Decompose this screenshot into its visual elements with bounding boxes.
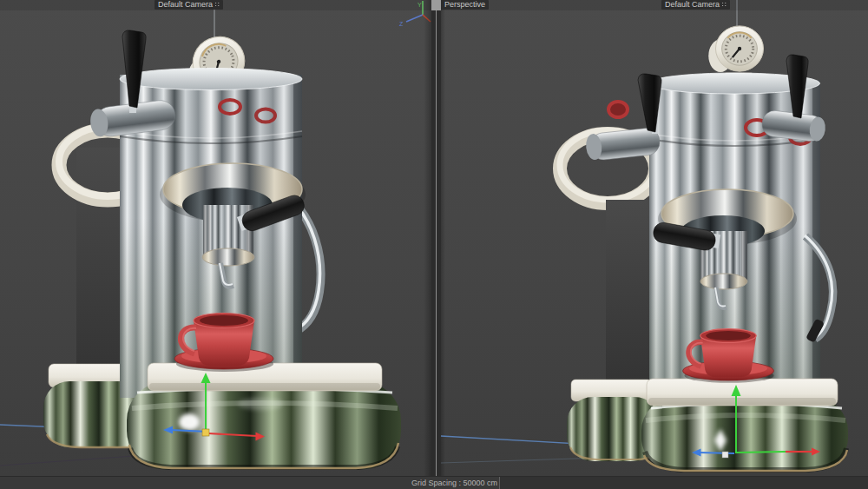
render-canvas-right[interactable] <box>441 0 868 476</box>
axis-label-y: Y <box>418 2 422 8</box>
espresso-machine[interactable] <box>43 0 401 469</box>
viewport-title-perspective: Perspective <box>441 0 489 10</box>
gizmo-center-handle[interactable] <box>722 452 728 458</box>
base-main <box>641 398 848 471</box>
viewport-left[interactable]: Default Camera∷ Y Z X <box>0 0 431 476</box>
machine-back-column <box>606 200 651 382</box>
camera-label-right: Default Camera∷ <box>661 0 730 10</box>
viewport-splitter[interactable] <box>431 0 441 476</box>
viewport-right[interactable]: Perspective Default Camera∷ <box>441 0 868 476</box>
splitter-line <box>436 0 437 476</box>
grid-spacing-label: Grid Spacing : 50000 cm <box>0 477 497 489</box>
status-bar-right-section <box>500 477 868 489</box>
camera-label-text: Default Camera <box>665 0 720 9</box>
base-main <box>127 382 401 469</box>
app-window: Default Camera∷ Y Z X <box>0 0 868 489</box>
drip-tray-band <box>647 379 838 406</box>
splitter-handle[interactable] <box>431 0 441 10</box>
camera-icon: ∷ <box>215 1 220 9</box>
render-canvas-left[interactable] <box>0 0 431 476</box>
viewport-left-header: Default Camera∷ <box>0 0 431 10</box>
red-knob <box>608 102 628 117</box>
pressure-gauge[interactable] <box>708 26 763 72</box>
espresso-machine[interactable] <box>560 0 848 471</box>
viewport-right-header: Perspective Default Camera∷ <box>441 0 868 10</box>
axis-orientation-gizmo: Y Z X <box>391 0 431 28</box>
camera-label-left: Default Camera∷ <box>155 0 223 10</box>
status-bar: Grid Spacing : 50000 cm <box>0 476 868 489</box>
machine-back-column <box>76 148 123 377</box>
axis-label-z: Z <box>399 21 404 27</box>
camera-icon: ∷ <box>722 1 727 9</box>
camera-label-text: Default Camera <box>158 0 213 9</box>
gizmo-center-handle[interactable] <box>202 429 209 436</box>
